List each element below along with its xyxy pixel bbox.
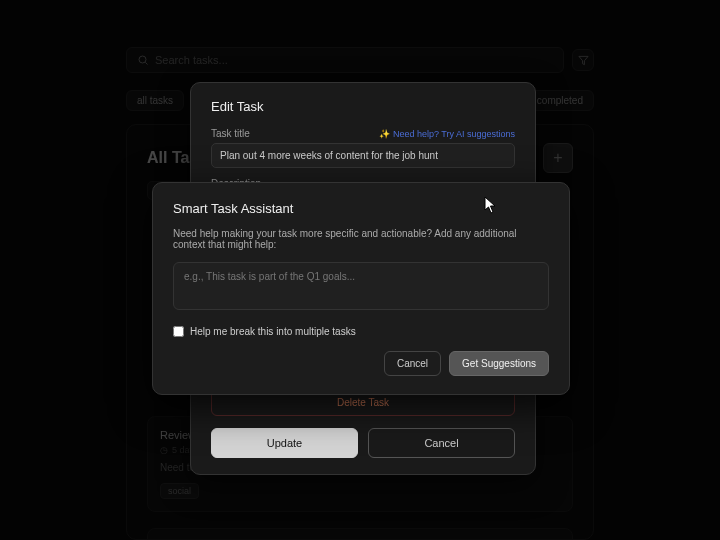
ai-help-link[interactable]: ✨ Need help? Try AI suggestions: [379, 129, 515, 139]
break-tasks-checkbox[interactable]: [173, 326, 184, 337]
sparkle-icon: ✨: [379, 129, 390, 139]
get-suggestions-button[interactable]: Get Suggestions: [449, 351, 549, 376]
update-button[interactable]: Update: [211, 428, 358, 458]
cancel-button[interactable]: Cancel: [368, 428, 515, 458]
assistant-modal: Smart Task Assistant Need help making yo…: [152, 182, 570, 395]
break-tasks-label: Help me break this into multiple tasks: [190, 326, 356, 337]
context-textarea[interactable]: [173, 262, 549, 310]
assistant-cancel-button[interactable]: Cancel: [384, 351, 441, 376]
assistant-title: Smart Task Assistant: [173, 201, 549, 216]
task-title-input[interactable]: [211, 143, 515, 168]
modal-title: Edit Task: [211, 99, 515, 114]
break-tasks-checkbox-row[interactable]: Help me break this into multiple tasks: [173, 326, 549, 337]
ai-help-text: Need help? Try AI suggestions: [393, 129, 515, 139]
task-title-label: Task title: [211, 128, 250, 139]
assistant-subtitle: Need help making your task more specific…: [173, 228, 549, 250]
